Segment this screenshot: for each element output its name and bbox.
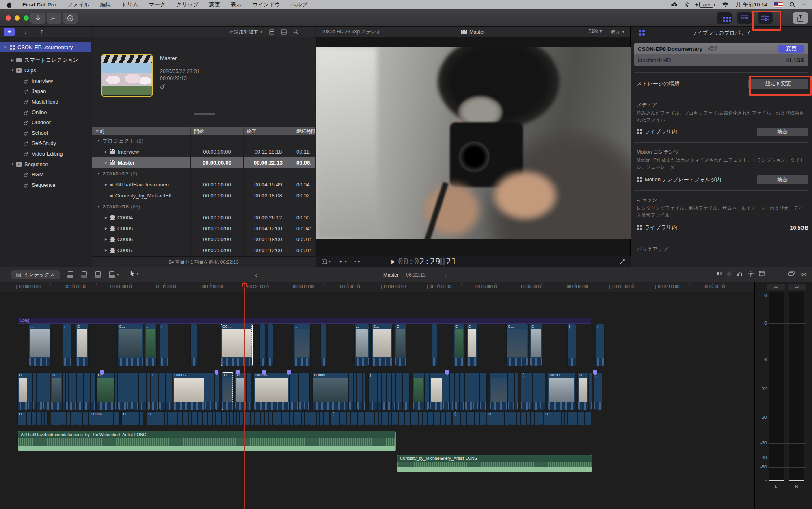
clock[interactable]: 月 午前10:14 [736,1,767,9]
search-icon[interactable] [293,29,298,35]
timeline-clip[interactable] [77,373,83,410]
timeline-clip[interactable] [467,412,474,425]
menu-4[interactable]: クリップ [176,1,199,9]
timeline-clip[interactable] [317,412,319,425]
timeline-clip[interactable] [251,412,254,425]
menu-6[interactable]: 表示 [231,1,242,9]
timeline-clip[interactable] [63,373,65,410]
minimize-window-button[interactable] [15,15,20,21]
trim-feedback-icon[interactable] [717,271,723,276]
timeline-clip[interactable] [382,412,388,425]
timeline-clip[interactable]: ... [490,373,508,410]
timeline-clip[interactable] [76,412,82,425]
sidebar-item-school[interactable]: School [0,128,91,138]
timeline-clip[interactable] [432,324,437,366]
timeline-clip[interactable] [531,412,534,425]
table-row-2020/05/22[interactable]: ▼2020/05/22 (2) [92,168,315,179]
menu-0[interactable]: ファイル [67,1,89,9]
timeline-clip[interactable] [43,373,50,410]
timeline-clip[interactable] [443,373,449,410]
column-header-3[interactable]: 継続時間 [293,127,315,135]
timeline-history-back-button[interactable]: ‹ [255,267,257,282]
timeline-clip[interactable] [227,412,229,425]
fullscreen-button[interactable] [620,259,625,264]
timeline-clip[interactable] [578,412,584,425]
timeline-clip[interactable] [237,412,239,425]
timeline-clip[interactable] [305,412,309,425]
audio-clip[interactable]: Curiosity_by_MichaelEllery_Artlist-LONG [397,455,592,472]
close-window-button[interactable] [6,15,11,21]
list-view-icon[interactable] [281,29,287,35]
mini-audio-meter-right[interactable] [443,258,445,265]
timeline-clip[interactable] [475,412,479,425]
disclosure-icon[interactable]: ▼ [11,69,15,72]
playhead[interactable] [244,282,245,509]
timeline-clip[interactable] [363,373,365,410]
video-media-tab[interactable]: ★ [4,28,15,36]
timeline-clip[interactable] [215,373,219,410]
timeline-clip[interactable]: ... [29,324,50,366]
timeline-clip[interactable] [39,412,41,425]
timeline-index-button[interactable]: インデックス [11,270,60,279]
timeline-clip[interactable] [33,373,36,410]
timeline-clip[interactable] [382,373,386,410]
timeline-clip[interactable]: C... [372,324,392,366]
timeline-clip[interactable] [132,373,138,410]
timeline-clip[interactable]: C0005 [89,412,113,425]
timeline-clip[interactable] [290,412,293,425]
timeline-clip[interactable] [37,412,39,425]
clip-appearance-icon[interactable] [269,29,274,35]
timeline-appearance-icon[interactable] [788,271,795,276]
timeline-clip[interactable] [387,373,391,410]
mini-audio-meter-left[interactable] [440,258,442,265]
timeline-clip[interactable] [357,373,362,410]
timeline-clip[interactable] [168,412,173,425]
timeline-clip[interactable] [216,412,221,425]
consolidate-motion-button[interactable]: 統合 [757,175,808,184]
timeline-clip[interactable]: C... [147,412,164,425]
timeline-clip[interactable] [279,412,281,425]
timeline-clip[interactable] [340,412,343,425]
timeline-clip[interactable] [42,412,44,425]
menu-2[interactable]: トリム [121,1,138,9]
timeline-clip[interactable] [434,412,440,425]
timeline-clip[interactable] [461,412,466,425]
timeline-clip[interactable] [66,373,68,410]
timeline-clip[interactable]: C [467,324,477,366]
inspector-toggle-button[interactable] [758,12,773,24]
timeline-clip[interactable] [510,412,516,425]
timeline-clip[interactable]: C [578,373,588,410]
timeline-clip[interactable] [419,412,422,425]
timeline-clip[interactable] [32,412,36,425]
timeline-clip[interactable] [191,324,197,366]
timeline-clip[interactable] [298,412,301,425]
timeline-clip[interactable]: ... [413,373,424,410]
sidebar-library-root[interactable]: ▼CSON-EP...ocumentary [0,42,91,52]
timeline-clip[interactable] [423,412,427,425]
timeline-clip[interactable] [403,373,409,410]
titles-media-tab[interactable]: T [37,28,47,36]
timeline-clip[interactable] [290,373,298,410]
timeline-clip[interactable] [192,412,197,425]
timeline-clip[interactable]: ( [331,412,339,425]
timeline-clip[interactable] [371,412,374,425]
timeline-clip[interactable] [115,373,117,410]
table-row-Curiosity_by_MichaelEll...[interactable]: ◀Curiosity_by_MichaelEll...00:00:00:0000… [92,190,315,201]
timeline-clip[interactable] [515,373,518,410]
timeline-clip[interactable] [189,412,191,425]
disclosure-icon[interactable]: ▼ [97,139,101,143]
timeline-clip[interactable]: ( [151,373,158,410]
timeline-clip[interactable] [203,412,207,425]
timeline-clip[interactable]: C0011 [548,373,575,410]
timeline-clip[interactable] [127,373,132,410]
play-button[interactable]: ▶ [391,259,395,264]
timeline-clip[interactable] [392,373,395,410]
disclosure-icon[interactable]: ▼ [97,172,101,175]
tool-picker-dropdown[interactable]: ▾ [130,271,138,277]
disclosure-icon[interactable]: ▼ [97,205,101,208]
sidebar-item-mask-hand[interactable]: Mask/Hand [0,97,91,106]
timeline-clip[interactable]: C [51,373,62,410]
timeline-clip[interactable] [302,412,304,425]
timeline-clip[interactable] [480,373,486,410]
audio-media-tab[interactable]: ♪ [20,28,31,36]
